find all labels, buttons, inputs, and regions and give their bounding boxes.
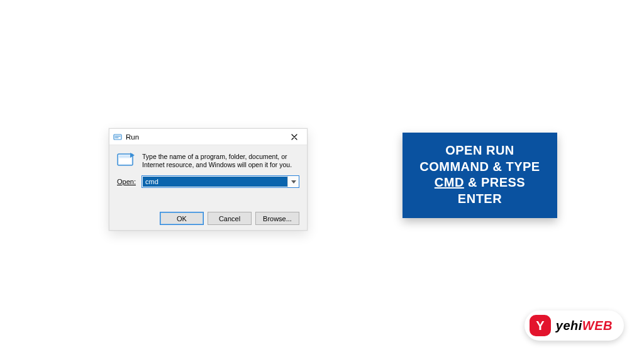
ok-button[interactable]: OK (160, 212, 204, 225)
yehiweb-logo-badge: Y yehiWEB (525, 310, 624, 341)
yehiweb-logo-text: yehiWEB (556, 319, 613, 333)
svg-rect-4 (119, 156, 131, 158)
instruction-line-1: OPEN RUN (445, 143, 514, 157)
close-icon (291, 134, 297, 140)
chevron-down-icon (291, 180, 296, 184)
run-description: Type the name of a program, folder, docu… (142, 151, 299, 169)
run-dialog: Run Type the name of a program, folder, … (109, 128, 308, 231)
run-dialog-titlebar[interactable]: Run (109, 129, 307, 145)
open-input[interactable] (143, 177, 287, 187)
run-program-icon (117, 151, 136, 168)
svg-rect-1 (115, 136, 121, 136)
close-button[interactable] (284, 129, 304, 145)
instruction-line-2: COMMAND & TYPE (419, 160, 540, 173)
run-button-row: OK Cancel Browse... (109, 207, 307, 230)
svg-rect-2 (115, 137, 119, 138)
browse-button[interactable]: Browse... (255, 212, 299, 225)
run-dialog-title: Run (126, 133, 280, 141)
logo-text-web: WEB (582, 319, 613, 332)
open-dropdown-arrow[interactable] (287, 176, 299, 187)
run-description-row: Type the name of a program, folder, docu… (117, 151, 299, 169)
svg-rect-0 (114, 134, 121, 140)
run-title-icon (113, 133, 122, 141)
instruction-line-3-suffix: & PRESS (464, 175, 525, 189)
instruction-card: OPEN RUN COMMAND & TYPE CMD & PRESS ENTE… (402, 133, 557, 218)
yehiweb-logo-mark: Y (530, 315, 551, 336)
run-dialog-body: Type the name of a program, folder, docu… (109, 145, 307, 207)
run-open-row: Open: (117, 175, 299, 188)
svg-rect-5 (119, 158, 131, 164)
instruction-line-4: ENTER (458, 192, 502, 206)
instruction-cmd-word: CMD (435, 175, 464, 189)
cancel-button[interactable]: Cancel (208, 212, 252, 225)
open-label: Open: (117, 178, 136, 185)
logo-text-yehi: yehi (556, 319, 582, 332)
open-combobox[interactable] (142, 175, 299, 188)
